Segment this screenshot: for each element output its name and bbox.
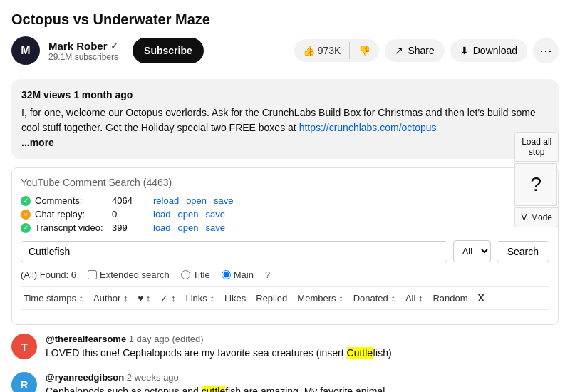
comment-search-panel: Load all stop ? V. Mode YouTube Comment … bbox=[11, 167, 559, 325]
page-header: Octopus vs Underwater Maze M Mark Rober … bbox=[0, 0, 570, 71]
channel-info: Mark Rober ✓ 29.1M subscribers bbox=[48, 40, 118, 62]
sort-all[interactable]: All ↕ bbox=[403, 292, 426, 305]
sort-timestamps[interactable]: Time stamps ↕ bbox=[21, 292, 86, 305]
comment-item: R @ryanreedgibson 2 weeks ago Cephalopod… bbox=[11, 372, 559, 392]
sort-heart[interactable]: ♥ ↕ bbox=[135, 292, 153, 305]
like-dislike-group: 👍 973K 👎 bbox=[294, 39, 380, 62]
transcript-status-icon: ✓ bbox=[21, 223, 31, 233]
comment-author: @ryanreedgibson bbox=[46, 372, 124, 383]
avatar: T bbox=[11, 334, 37, 359]
dislike-button[interactable]: 👎 bbox=[350, 39, 379, 62]
sort-random[interactable]: Random bbox=[430, 292, 470, 305]
comments-status-icon: ✓ bbox=[21, 196, 31, 206]
comment-meta: @ryanreedgibson 2 weeks ago bbox=[46, 372, 559, 383]
chat-load[interactable]: load bbox=[153, 209, 171, 220]
action-buttons: 👍 973K 👎 ↗ Share ⬇ Download ⋯ bbox=[294, 38, 559, 63]
transcript-stat-row: ✓ Transcript video: 399 load open save bbox=[21, 222, 549, 233]
desc-text: I, for one, welcome our Octopus overlord… bbox=[21, 105, 549, 135]
sort-replied[interactable]: Replied bbox=[253, 292, 290, 305]
share-button[interactable]: ↗ Share bbox=[385, 39, 444, 62]
comment-item: T @therealfearsome 1 day ago (edited) LO… bbox=[11, 334, 559, 361]
like-count: 973K bbox=[318, 45, 341, 56]
sort-links[interactable]: Links ↕ bbox=[182, 292, 217, 305]
subscribe-button[interactable]: Subscribe bbox=[133, 38, 204, 63]
chat-open[interactable]: open bbox=[178, 209, 199, 220]
more-toggle[interactable]: ...more bbox=[21, 135, 549, 150]
thumbs-up-icon: 👍 bbox=[303, 45, 315, 56]
sort-author[interactable]: Author ↕ bbox=[90, 292, 130, 305]
avatar: M bbox=[11, 36, 40, 65]
found-text: (All) Found: 6 bbox=[21, 269, 76, 280]
extended-search-label[interactable]: Extended search bbox=[88, 269, 170, 280]
clear-button[interactable]: X bbox=[475, 291, 487, 305]
channel-name: Mark Rober ✓ bbox=[48, 40, 118, 52]
title-radio-label[interactable]: Title bbox=[181, 269, 210, 280]
panel-title: YouTube Comment Search (4463) bbox=[21, 177, 549, 188]
description-box: 32M views 1 month ago I, for one, welcom… bbox=[11, 79, 559, 159]
highlight-cuttlefish: Cuttle bbox=[347, 347, 373, 359]
subscribers-count: 29.1M subscribers bbox=[48, 52, 118, 62]
share-icon: ↗ bbox=[395, 45, 403, 56]
transcript-open[interactable]: open bbox=[178, 222, 199, 233]
comment-text: LOVED this one! Cephalopods are my favor… bbox=[46, 346, 559, 361]
search-button[interactable]: Search bbox=[497, 241, 549, 262]
comments-actions: reload open save bbox=[153, 195, 234, 206]
comment-text: Cephalopods such as octopus and cuttlefi… bbox=[46, 385, 559, 392]
filter-select[interactable]: All bbox=[453, 240, 491, 262]
comments-section: T @therealfearsome 1 day ago (edited) LO… bbox=[0, 334, 570, 392]
avatar: R bbox=[11, 372, 37, 392]
video-title: Octopus vs Underwater Maze bbox=[11, 11, 559, 28]
scope-help-icon: ? bbox=[265, 269, 270, 280]
sort-likes[interactable]: Likes bbox=[222, 292, 249, 305]
comment-author: @therealfearsome bbox=[46, 334, 126, 344]
extended-search-checkbox[interactable] bbox=[88, 270, 97, 279]
comments-count: 4064 bbox=[112, 195, 147, 206]
comment-time: 1 day ago (edited) bbox=[129, 334, 204, 344]
v-mode-button[interactable]: V. Mode bbox=[514, 207, 559, 227]
help-button[interactable]: ? bbox=[514, 163, 557, 206]
chat-label: ○ Chat replay: bbox=[21, 209, 106, 220]
chat-count: 0 bbox=[112, 209, 147, 220]
highlight-cuttlefish: cuttle bbox=[202, 386, 225, 392]
search-input[interactable] bbox=[21, 241, 447, 262]
main-radio[interactable] bbox=[222, 270, 231, 279]
sort-row: Time stamps ↕ Author ↕ ♥ ↕ ✓ ↕ Links ↕ L… bbox=[21, 286, 549, 310]
sort-checkmark[interactable]: ✓ ↕ bbox=[157, 292, 178, 305]
thumbs-down-icon: 👎 bbox=[358, 45, 370, 56]
comments-label: ✓ Comments: bbox=[21, 195, 106, 206]
chat-save[interactable]: save bbox=[206, 209, 225, 220]
comments-open[interactable]: open bbox=[186, 195, 207, 206]
comment-meta: @therealfearsome 1 day ago (edited) bbox=[46, 334, 559, 344]
transcript-count: 399 bbox=[112, 222, 147, 233]
sort-donated[interactable]: Donated ↕ bbox=[351, 292, 398, 305]
transcript-save[interactable]: save bbox=[206, 222, 225, 233]
comment-body: @ryanreedgibson 2 weeks ago Cephalopods … bbox=[46, 372, 559, 392]
download-icon: ⬇ bbox=[460, 45, 469, 56]
side-panel-buttons: Load all stop ? V. Mode bbox=[514, 132, 559, 227]
verified-icon: ✓ bbox=[110, 41, 118, 51]
desc-link[interactable]: https://crunchlabs.com/octopus bbox=[299, 122, 437, 133]
search-row: All Search bbox=[21, 240, 549, 262]
comments-stat-row: ✓ Comments: 4064 reload open save bbox=[21, 195, 549, 206]
more-button[interactable]: ⋯ bbox=[533, 38, 559, 63]
channel-row: M Mark Rober ✓ 29.1M subscribers Subscri… bbox=[11, 36, 559, 65]
comment-time: 2 weeks ago bbox=[127, 372, 179, 383]
comments-save[interactable]: save bbox=[214, 195, 233, 206]
transcript-label: ✓ Transcript video: bbox=[21, 222, 106, 233]
chat-actions: load open save bbox=[153, 209, 225, 220]
sort-members[interactable]: Members ↕ bbox=[294, 292, 346, 305]
comment-body: @therealfearsome 1 day ago (edited) LOVE… bbox=[46, 334, 559, 361]
like-button[interactable]: 👍 973K bbox=[294, 39, 350, 62]
download-button[interactable]: ⬇ Download bbox=[450, 39, 527, 62]
desc-stats: 32M views 1 month ago bbox=[21, 88, 549, 103]
main-radio-label[interactable]: Main bbox=[222, 269, 254, 280]
transcript-load[interactable]: load bbox=[153, 222, 171, 233]
chat-stat-row: ○ Chat replay: 0 load open save bbox=[21, 209, 549, 220]
load-all-button[interactable]: Load all stop bbox=[514, 132, 559, 162]
chat-status-icon: ○ bbox=[21, 210, 31, 220]
transcript-actions: load open save bbox=[153, 222, 225, 233]
comments-reload[interactable]: reload bbox=[153, 195, 179, 206]
found-row: (All) Found: 6 Extended search Title Mai… bbox=[21, 269, 549, 280]
title-radio[interactable] bbox=[181, 270, 190, 279]
